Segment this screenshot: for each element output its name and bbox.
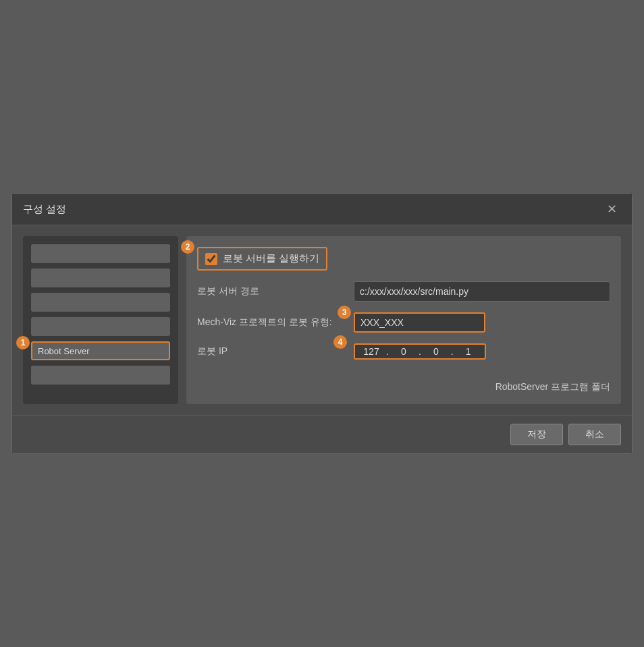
- sidebar-item-3[interactable]: [31, 293, 170, 312]
- robot-type-row: Mech-Viz 프로젝트의 로봇 유형: 3: [197, 312, 610, 333]
- dialog-body: 1 Robot Server 2 로봇 서버를 실행하기 로봇 서버 경로: [12, 225, 632, 415]
- ip-dot-3: .: [451, 346, 454, 357]
- run-robot-server-label: 로봇 서버를 실행하기: [223, 252, 319, 265]
- checkbox-section: 2 로봇 서버를 실행하기: [197, 247, 327, 271]
- ip-input-2[interactable]: [392, 346, 416, 357]
- folder-link[interactable]: RobotServer 프로그램 폴더: [197, 381, 610, 393]
- config-dialog: 구성 설정 ✕ 1 Robot Server 2: [11, 193, 633, 454]
- close-button[interactable]: ✕: [603, 202, 621, 217]
- annotation-badge-1: 1: [16, 336, 30, 349]
- save-button[interactable]: 저장: [510, 424, 563, 445]
- robot-type-wrapper: 3: [354, 312, 485, 333]
- run-robot-server-checkbox[interactable]: [205, 253, 217, 265]
- sidebar: 1 Robot Server: [23, 236, 178, 404]
- server-path-label: 로봇 서버 경로: [197, 285, 346, 298]
- robot-ip-label: 로봇 IP: [197, 345, 346, 358]
- ip-dot-1: .: [386, 346, 389, 357]
- annotation-badge-3: 3: [338, 306, 351, 319]
- ip-dot-2: .: [419, 346, 421, 357]
- checkbox-row: 로봇 서버를 실행하기: [197, 247, 327, 271]
- sidebar-item-1[interactable]: [31, 244, 170, 263]
- sidebar-item-label: Robot Server: [38, 346, 90, 356]
- annotation-badge-2: 2: [181, 240, 194, 254]
- sidebar-item-6[interactable]: [31, 366, 170, 385]
- ip-input-1[interactable]: [359, 346, 383, 357]
- main-content: 2 로봇 서버를 실행하기 로봇 서버 경로 Mech-Viz 프로젝트의 로봇…: [186, 236, 621, 404]
- annotation-badge-4: 4: [333, 335, 347, 349]
- ip-group: . . .: [354, 343, 486, 360]
- cancel-button[interactable]: 취소: [568, 424, 621, 445]
- robot-ip-row: 로봇 IP 4 . . .: [197, 343, 610, 360]
- sidebar-item-robot-server[interactable]: 1 Robot Server: [31, 341, 170, 360]
- robot-type-input[interactable]: [354, 312, 485, 333]
- server-path-row: 로봇 서버 경로: [197, 281, 610, 302]
- server-path-input[interactable]: [354, 281, 610, 302]
- ip-group-wrapper: 4 . . .: [354, 343, 486, 360]
- title-bar: 구성 설정 ✕: [12, 194, 632, 225]
- ip-input-4[interactable]: [456, 346, 481, 357]
- sidebar-item-4[interactable]: [31, 317, 170, 336]
- dialog-footer: 저장 취소: [12, 415, 632, 453]
- ip-input-3[interactable]: [424, 346, 448, 357]
- robot-type-label: Mech-Viz 프로젝트의 로봇 유형:: [197, 316, 346, 329]
- dialog-title: 구성 설정: [23, 203, 66, 216]
- sidebar-item-2[interactable]: [31, 269, 170, 287]
